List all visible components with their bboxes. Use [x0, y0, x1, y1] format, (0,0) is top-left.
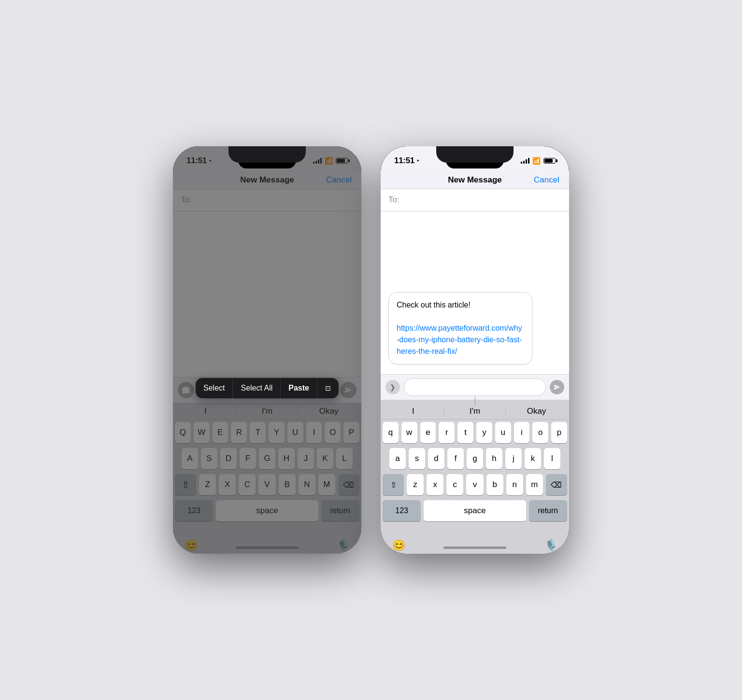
context-select[interactable]: Select: [196, 378, 233, 398]
key-q-r[interactable]: q: [383, 422, 399, 443]
key-w-r[interactable]: w: [401, 422, 417, 443]
emoji-button[interactable]: 😊: [185, 539, 198, 552]
send-button-right[interactable]: [550, 380, 564, 394]
key-v-r[interactable]: v: [466, 474, 483, 495]
expand-button[interactable]: ❯: [385, 380, 400, 394]
key-b[interactable]: B: [279, 474, 296, 495]
key-o-r[interactable]: o: [532, 422, 548, 443]
context-select-all[interactable]: Select All: [233, 378, 281, 398]
keyboard-row-1-right: q w e r t y u i o p: [381, 420, 569, 446]
mic-button-right[interactable]: 🎙️: [544, 539, 557, 552]
key-z-r[interactable]: z: [407, 474, 424, 495]
key-j-r[interactable]: j: [505, 448, 522, 469]
key-t-r[interactable]: t: [457, 422, 473, 443]
context-paste[interactable]: Paste: [281, 378, 317, 398]
key-x[interactable]: X: [219, 474, 236, 495]
cancel-button-right[interactable]: Cancel: [534, 175, 559, 185]
status-time: 11:51: [186, 156, 207, 166]
suggestion-im[interactable]: I'm: [237, 406, 298, 416]
key-i[interactable]: I: [306, 422, 322, 443]
key-c-r[interactable]: c: [446, 474, 463, 495]
keyboard-row-3-right: ⇧ z x c v b n m ⌫: [381, 472, 569, 498]
cancel-button[interactable]: Cancel: [326, 175, 352, 185]
key-j[interactable]: J: [298, 448, 314, 469]
battery-icon: [336, 158, 348, 164]
key-o[interactable]: O: [325, 422, 341, 443]
key-y-r[interactable]: y: [476, 422, 492, 443]
suggestion-okay-r[interactable]: Okay: [506, 406, 567, 416]
key-b-r[interactable]: b: [486, 474, 503, 495]
key-s[interactable]: S: [201, 448, 217, 469]
location-icon-right: ‣: [416, 157, 420, 164]
key-g-r[interactable]: g: [467, 448, 483, 469]
emoji-button-right[interactable]: 😊: [392, 539, 405, 552]
key-k-r[interactable]: k: [525, 448, 541, 469]
key-e[interactable]: E: [213, 422, 228, 443]
backspace-key[interactable]: ⌫: [338, 474, 359, 495]
key-c[interactable]: C: [239, 474, 256, 495]
keyboard-row-bottom-right: 123 space return: [381, 498, 569, 524]
key-t[interactable]: T: [250, 422, 266, 443]
context-icon[interactable]: ⊡: [317, 378, 339, 398]
message-input-right[interactable]: [404, 378, 546, 396]
nav-bar-right: New Message Cancel: [381, 171, 569, 189]
status-icons: 📶: [313, 157, 348, 165]
key-z[interactable]: Z: [199, 474, 216, 495]
nav-bar: New Message Cancel: [173, 171, 361, 189]
send-button[interactable]: [340, 382, 357, 398]
signal-icon-right: [521, 158, 529, 164]
key-n[interactable]: N: [299, 474, 315, 495]
return-key-right[interactable]: return: [529, 500, 567, 521]
to-field[interactable]: To:: [173, 189, 361, 211]
mic-button[interactable]: 🎙️: [337, 539, 350, 552]
nav-title: New Message: [240, 175, 294, 185]
suggestion-i-r[interactable]: I: [383, 406, 444, 416]
key-a-r[interactable]: a: [389, 448, 406, 469]
key-q[interactable]: Q: [175, 422, 191, 443]
key-m[interactable]: M: [318, 474, 335, 495]
space-key-right[interactable]: space: [424, 500, 526, 521]
shift-key[interactable]: ⇧: [175, 474, 196, 495]
key-g[interactable]: G: [259, 448, 275, 469]
message-url[interactable]: https://www.payetteforward.com/why-does-…: [397, 324, 522, 355]
home-indicator: [236, 546, 299, 549]
key-l-r[interactable]: l: [544, 448, 560, 469]
home-indicator-right: [443, 546, 506, 549]
suggestion-i[interactable]: I: [175, 406, 236, 416]
key-x-r[interactable]: x: [427, 474, 443, 495]
message-line1: Check out this article!: [397, 301, 471, 309]
key-m-r[interactable]: m: [526, 474, 543, 495]
suggestion-im-r[interactable]: I'm: [444, 406, 506, 416]
key-n-r[interactable]: n: [506, 474, 523, 495]
space-key[interactable]: space: [216, 500, 318, 521]
key-e-r[interactable]: e: [420, 422, 436, 443]
key-h-r[interactable]: h: [486, 448, 502, 469]
key-w[interactable]: W: [194, 422, 210, 443]
key-s-r[interactable]: s: [409, 448, 425, 469]
backspace-key-right[interactable]: ⌫: [546, 474, 567, 495]
key-u-r[interactable]: u: [495, 422, 511, 443]
suggestion-okay[interactable]: Okay: [298, 406, 359, 416]
key-r-r[interactable]: r: [439, 422, 455, 443]
key-r[interactable]: R: [231, 422, 247, 443]
return-key[interactable]: return: [321, 500, 359, 521]
key-v[interactable]: V: [258, 474, 275, 495]
num-key[interactable]: 123: [175, 500, 213, 521]
key-d[interactable]: D: [220, 448, 237, 469]
num-key-right[interactable]: 123: [383, 500, 421, 521]
key-u[interactable]: U: [287, 422, 303, 443]
key-l[interactable]: L: [336, 448, 353, 469]
key-k[interactable]: K: [317, 448, 333, 469]
key-f[interactable]: F: [240, 448, 256, 469]
key-y[interactable]: Y: [269, 422, 285, 443]
key-a[interactable]: A: [182, 448, 198, 469]
key-p-r[interactable]: p: [551, 422, 567, 443]
shift-key-right[interactable]: ⇧: [383, 474, 404, 495]
key-h[interactable]: H: [278, 448, 295, 469]
camera-button[interactable]: [178, 382, 194, 398]
key-f-r[interactable]: f: [447, 448, 464, 469]
key-d-r[interactable]: d: [428, 448, 444, 469]
key-i-r[interactable]: i: [514, 422, 530, 443]
to-field-right[interactable]: To:: [381, 189, 569, 211]
key-p[interactable]: P: [343, 422, 359, 443]
